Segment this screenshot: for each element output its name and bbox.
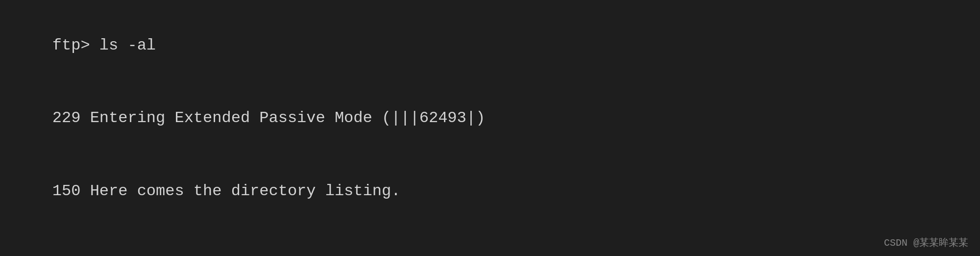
watermark-text: CSDN @某某眸某某 (884, 236, 968, 249)
terminal-line-3: drwxr-xr-x 3 0 0 4096 Oct 31 2021 . (15, 228, 965, 256)
terminal-text-2: 150 Here comes the directory listing. (52, 182, 401, 200)
terminal-text-1: 229 Entering Extended Passive Mode (|||6… (52, 109, 485, 127)
terminal-line-0: ftp> ls -al (15, 9, 965, 82)
terminal-line-1: 229 Entering Extended Passive Mode (|||6… (15, 82, 965, 155)
terminal-window: ftp> ls -al 229 Entering Extended Passiv… (15, 9, 965, 256)
terminal-line-2: 150 Here comes the directory listing. (15, 155, 965, 228)
terminal-text-0: ftp> ls -al (52, 36, 156, 54)
